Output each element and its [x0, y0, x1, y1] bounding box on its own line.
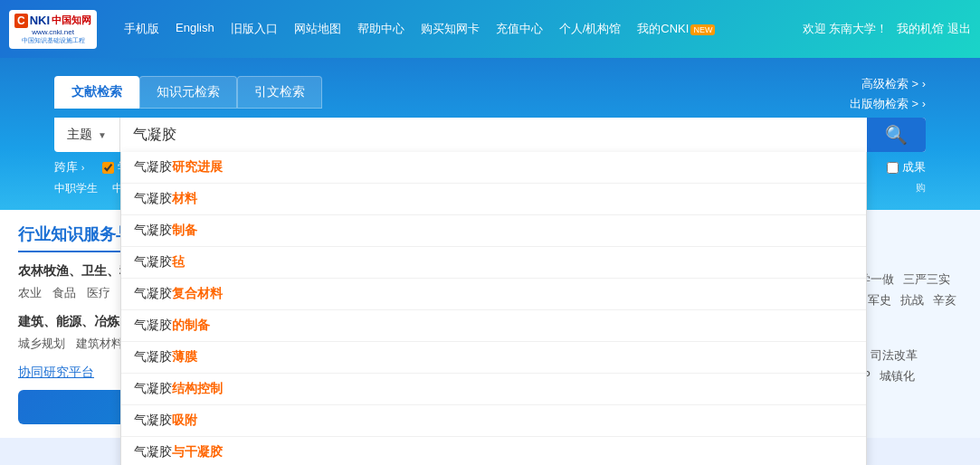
nav-personal[interactable]: 个人/机构馆 — [559, 21, 622, 37]
nav-welcome: 欢迎 东南大学！ — [803, 21, 889, 37]
link-urbanize[interactable]: 城镇化 — [880, 368, 915, 384]
subject-label: 主题 — [67, 127, 92, 143]
autocomplete-item[interactable]: 气凝胶制备 — [121, 215, 866, 247]
link-food[interactable]: 食品 — [52, 285, 76, 301]
autocomplete-item[interactable]: 气凝胶吸附 — [121, 405, 866, 437]
logo-c: C — [14, 14, 28, 28]
advanced-search-link[interactable]: 高级检索 > — [850, 76, 926, 92]
nav-sitemap[interactable]: 网站地图 — [294, 21, 341, 37]
link-judicial[interactable]: 司法改革 — [871, 347, 918, 364]
platform-coop[interactable]: 协同研究平台 — [18, 365, 94, 381]
tab-knowledge[interactable]: 知识元检索 — [139, 76, 237, 109]
buy-hint: 购 — [916, 181, 926, 196]
link-medical[interactable]: 医疗 — [87, 285, 110, 301]
subject-dropdown[interactable]: 主题 ▼ — [54, 118, 120, 152]
link-sanyans[interactable]: 三严三实 — [903, 271, 950, 288]
tab-literature[interactable]: 文献检索 — [54, 76, 139, 109]
search-button[interactable]: 🔍 — [867, 118, 926, 152]
nav-mobile[interactable]: 手机版 — [124, 21, 159, 37]
nav-english[interactable]: English — [176, 21, 214, 37]
autocomplete-item[interactable]: 气凝胶薄膜 — [121, 342, 866, 374]
publication-search-link[interactable]: 出版物检索 > — [850, 96, 926, 112]
nav-mylib[interactable]: 我的机馆 退出 — [897, 21, 971, 37]
autocomplete-item[interactable]: 气凝胶与干凝胶 — [121, 437, 866, 465]
autocomplete-item[interactable]: 气凝胶材料 — [121, 184, 866, 215]
new-badge: NEW — [690, 24, 715, 35]
nav-recharge[interactable]: 充值中心 — [496, 21, 543, 37]
nav-help[interactable]: 帮助中心 — [357, 21, 404, 37]
link-military[interactable]: 军史 — [868, 292, 891, 308]
link-buildmat[interactable]: 建筑材料 — [76, 336, 123, 352]
logo-subtitle: 中国知识基础设施工程 — [22, 36, 85, 45]
autocomplete-dropdown: 气凝胶研究进展 气凝胶材料 气凝胶制备 气凝胶毡 气凝胶复合材料 — [120, 152, 867, 465]
logo-box: C NKI 中国知网 www.cnki.net 中国知识基础设施工程 — [9, 10, 97, 49]
autocomplete-item[interactable]: 气凝胶的制备 — [121, 310, 866, 342]
nav-right: 欢迎 东南大学！ 我的机馆 退出 — [803, 21, 971, 37]
link-agriculture[interactable]: 农业 — [18, 285, 42, 301]
advanced-links: 高级检索 > 出版物检索 > — [850, 76, 926, 116]
zhongzhi-label[interactable]: 中职学生 — [54, 181, 98, 196]
result-checkbox[interactable] — [887, 162, 899, 174]
search-tabs: 文献检索 知识元检索 引文检索 — [54, 76, 926, 109]
nav-mycnki[interactable]: 我的CNKINEW — [637, 21, 715, 37]
nav-old[interactable]: 旧版入口 — [231, 21, 278, 37]
result-check-area: 成果 — [887, 159, 926, 176]
logo-nki: NKI — [30, 14, 50, 27]
autocomplete-item[interactable]: 气凝胶毡 — [121, 247, 866, 279]
logo-chinese: 中国知网 — [52, 14, 91, 27]
autocomplete-item[interactable]: 气凝胶结构控制 — [121, 374, 866, 405]
link-city[interactable]: 城乡规划 — [18, 336, 65, 352]
search-input-wrap: 气凝胶研究进展 气凝胶材料 气凝胶制备 气凝胶毡 气凝胶复合材料 — [120, 118, 867, 152]
chevron-down-icon: ▼ — [98, 130, 107, 140]
autocomplete-item[interactable]: 气凝胶复合材料 — [121, 279, 866, 310]
logo-url: www.cnki.net — [32, 28, 74, 36]
link-xinhai[interactable]: 辛亥 — [933, 292, 956, 308]
nav-links: 手机版 English 旧版入口 网站地图 帮助中心 购买知网卡 充值中心 个人… — [124, 21, 803, 37]
search-area: 文献检索 知识元检索 引文检索 主题 ▼ 气凝胶研究进展 — [0, 58, 980, 210]
search-row: 主题 ▼ 气凝胶研究进展 气凝胶材料 气凝胶制备 — [54, 118, 926, 152]
tab-citation[interactable]: 引文检索 — [237, 76, 322, 109]
search-input[interactable] — [120, 118, 867, 152]
cross-library-label[interactable]: 跨库 › — [54, 159, 84, 176]
result-label: 成果 — [902, 159, 926, 176]
logo-area: C NKI 中国知网 www.cnki.net 中国知识基础设施工程 — [9, 10, 97, 49]
link-resist[interactable]: 抗战 — [900, 292, 924, 308]
top-navigation: C NKI 中国知网 www.cnki.net 中国知识基础设施工程 手机版 E… — [0, 0, 980, 58]
autocomplete-item[interactable]: 气凝胶研究进展 — [121, 152, 866, 184]
nav-buy-card[interactable]: 购买知网卡 — [421, 21, 480, 37]
academic-checkbox[interactable] — [102, 162, 114, 174]
